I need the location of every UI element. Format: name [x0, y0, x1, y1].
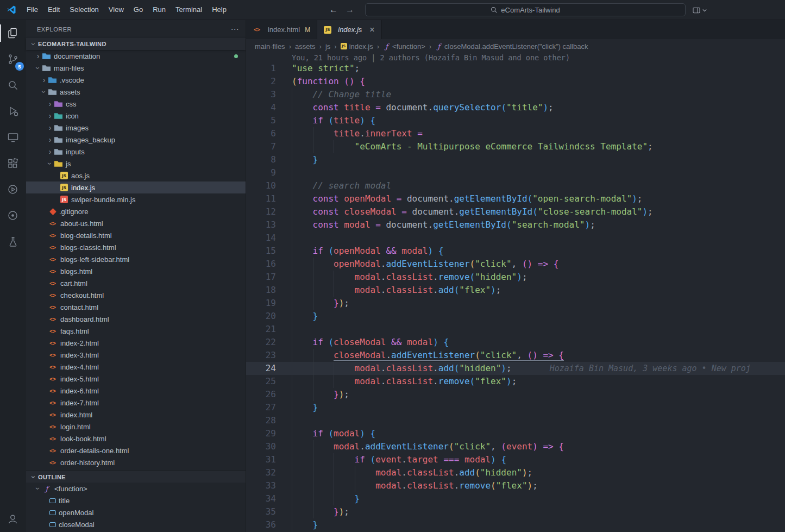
line-number[interactable]: 17 [246, 271, 292, 284]
line-number[interactable]: 27 [246, 401, 292, 414]
tree-item-index-3-html[interactable]: <>index-3.html [26, 349, 246, 361]
tree-item-blogs-left-sidebar-html[interactable]: <>blogs-left-sidebar.html [26, 253, 246, 265]
line-number[interactable]: 1 [246, 62, 292, 75]
tree-item-blog-details-html[interactable]: <>blog-details.html [26, 229, 246, 241]
menu-view[interactable]: View [104, 0, 129, 20]
customize-layout-button[interactable] [692, 4, 707, 17]
code-line-22[interactable]: 22 if (closeModal && modal) { [246, 336, 785, 349]
tab-index-js[interactable]: JSindex.js× [317, 20, 381, 39]
tree-item-cart-html[interactable]: <>cart.html [26, 277, 246, 289]
close-tab-icon[interactable]: × [369, 25, 374, 35]
line-number[interactable]: 5 [246, 114, 292, 127]
outline-item-openmodal[interactable]: openModal [26, 506, 246, 518]
breadcrumb-item-closemodal-addeventlistener-cl[interactable]: ƒcloseModal.addEventListener("click") ca… [435, 42, 588, 51]
breadcrumb-item-js[interactable]: js [325, 42, 330, 51]
line-number[interactable]: 25 [246, 375, 292, 388]
line-number[interactable]: 14 [246, 231, 292, 245]
code-line-24[interactable]: 24 modal.classList.add("hidden");Hozaifa… [246, 362, 785, 375]
code-line-15[interactable]: 15 if (openModal && modal) { [246, 245, 785, 258]
tree-item-assets[interactable]: ›assets [26, 86, 246, 98]
code-editor[interactable]: You, 21 hours ago | 2 authors (Hozaifa B… [246, 53, 785, 532]
menu-edit[interactable]: Edit [43, 0, 65, 20]
line-number[interactable]: 30 [246, 440, 292, 453]
tree-item--gitignore[interactable]: .gitignore [26, 205, 246, 217]
line-number[interactable]: 8 [246, 153, 292, 166]
line-number[interactable]: 31 [246, 453, 292, 466]
outline-item--function-[interactable]: ›ƒ<function> [26, 483, 246, 495]
activity-explorer-button[interactable] [0, 20, 26, 46]
menu-terminal[interactable]: Terminal [171, 0, 207, 20]
tree-item-index-4-html[interactable]: <>index-4.html [26, 361, 246, 373]
breadcrumb-item-main-files[interactable]: main-files [255, 42, 285, 51]
tree-item-faqs-html[interactable]: <>faqs.html [26, 325, 246, 337]
code-line-10[interactable]: 10 // search modal [246, 179, 785, 192]
code-line-29[interactable]: 29 if (modal) { [246, 427, 785, 440]
line-number[interactable]: 10 [246, 179, 292, 192]
code-line-33[interactable]: 33 modal.classList.remove("flex"); [246, 479, 785, 492]
breadcrumb-item-assets[interactable]: assets [295, 42, 316, 51]
code-line-12[interactable]: 12 const closeModal = document.getElemen… [246, 205, 785, 218]
code-line-30[interactable]: 30 modal.addEventListener("click", (even… [246, 440, 785, 453]
line-number[interactable]: 3 [246, 88, 292, 101]
line-number[interactable]: 34 [246, 492, 292, 505]
line-number[interactable]: 16 [246, 258, 292, 271]
line-number[interactable]: 28 [246, 414, 292, 427]
line-number[interactable]: 15 [246, 245, 292, 258]
code-line-4[interactable]: 4 const title = document.querySelector("… [246, 101, 785, 114]
menu-selection[interactable]: Selection [65, 0, 103, 20]
activity-extension-record-button[interactable] [0, 203, 26, 229]
line-number[interactable]: 11 [246, 192, 292, 205]
tree-item-dashboard-html[interactable]: <>dashboard.html [26, 313, 246, 325]
code-line-36[interactable]: 36 } [246, 518, 785, 531]
code-line-32[interactable]: 32 modal.classList.add("hidden"); [246, 466, 785, 479]
activity-remote-explorer-button[interactable] [0, 124, 26, 151]
line-number[interactable]: 9 [246, 166, 292, 179]
tree-item-aos-js[interactable]: JSaos.js [26, 170, 246, 181]
tree-item-images[interactable]: ›images [26, 122, 246, 134]
code-line-16[interactable]: 16 openModal.addEventListener("click", (… [246, 258, 785, 271]
tree-item-index-5-html[interactable]: <>index-5.html [26, 373, 246, 385]
line-number[interactable]: 22 [246, 336, 292, 349]
code-line-5[interactable]: 5 if (title) { [246, 114, 785, 127]
navigate-back-button[interactable]: ← [329, 5, 338, 15]
tab-index-html[interactable]: <>index.htmlM [246, 20, 317, 39]
line-number[interactable]: 4 [246, 101, 292, 114]
tree-item-index-html[interactable]: <>index.html [26, 409, 246, 421]
code-line-9[interactable]: 9 [246, 166, 785, 179]
tree-item--vscode[interactable]: ›.vscode [26, 74, 246, 86]
activity-extension-play-button[interactable] [0, 177, 26, 203]
breadcrumb-item-index-js[interactable]: JSindex.js [341, 42, 373, 51]
tree-item-main-files[interactable]: ›main-files [26, 62, 246, 74]
menu-file[interactable]: File [22, 0, 43, 20]
line-number[interactable]: 26 [246, 388, 292, 401]
code-line-7[interactable]: 7 "eComArts - Multipurpose eCommerce Tai… [246, 140, 785, 153]
outline-item-title[interactable]: title [26, 495, 246, 506]
line-number[interactable]: 13 [246, 218, 292, 231]
tree-item-contact-html[interactable]: <>contact.html [26, 301, 246, 313]
tree-item-order-details-one-html[interactable]: <>order-details-one.html [26, 445, 246, 456]
tree-item-inputs[interactable]: ›inputs [26, 146, 246, 158]
code-line-34[interactable]: 34 } [246, 492, 785, 505]
tree-item-blogs-classic-html[interactable]: <>blogs-classic.html [26, 241, 246, 253]
outline-item-closemodal[interactable]: closeModal [26, 518, 246, 530]
tree-item-blogs-html[interactable]: <>blogs.html [26, 265, 246, 277]
line-number[interactable]: 20 [246, 310, 292, 323]
tree-item-icon[interactable]: ›icon [26, 110, 246, 122]
line-number[interactable]: 29 [246, 427, 292, 440]
tree-item-swiper-bundle-min-js[interactable]: JSswiper-bundle.min.js [26, 193, 246, 205]
code-line-23[interactable]: 23 closeModal.addEventListener("click", … [246, 349, 785, 362]
code-line-14[interactable]: 14 [246, 231, 785, 245]
code-line-31[interactable]: 31 if (event.target === modal) { [246, 453, 785, 466]
line-number[interactable]: 35 [246, 505, 292, 518]
activity-testing-button[interactable] [0, 229, 26, 255]
code-line-35[interactable]: 35 }); [246, 505, 785, 518]
tree-item-css[interactable]: ›css [26, 98, 246, 110]
code-line-13[interactable]: 13 const modal = document.getElementById… [246, 218, 785, 231]
tree-item-index-7-html[interactable]: <>index-7.html [26, 397, 246, 409]
code-line-6[interactable]: 6 title.innerText = [246, 127, 785, 140]
line-number[interactable]: 19 [246, 297, 292, 310]
code-line-2[interactable]: 2(function () { [246, 75, 785, 88]
menu-run[interactable]: Run [148, 0, 171, 20]
command-center-search[interactable]: eComArts-Tailwind [365, 3, 686, 16]
tree-item-login-html[interactable]: <>login.html [26, 421, 246, 433]
